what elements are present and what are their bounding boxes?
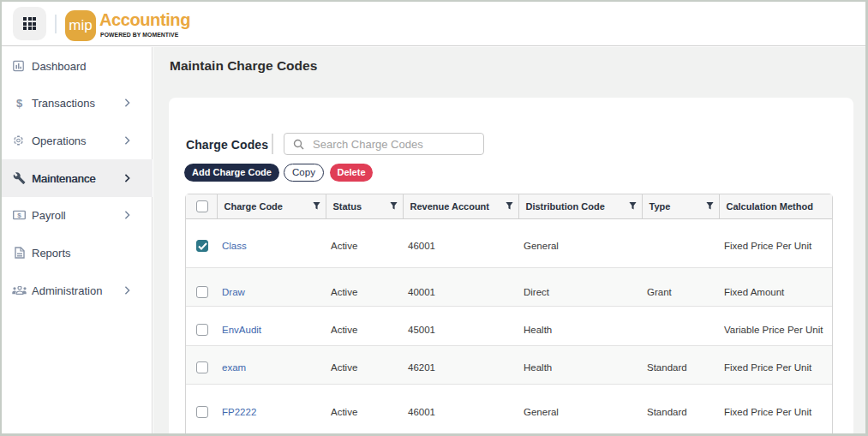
svg-text:$: $ [17,212,21,219]
